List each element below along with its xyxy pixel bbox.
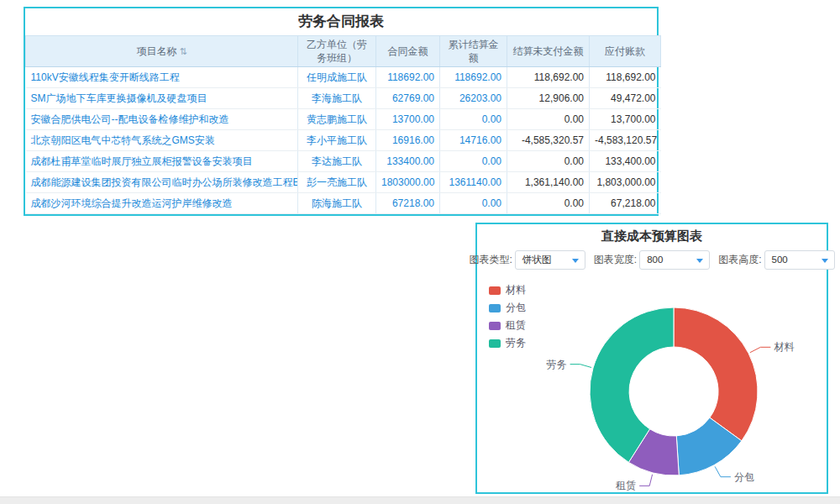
chart-area: 材料分包租赁劳务	[477, 273, 827, 492]
pie-label-line	[750, 347, 771, 352]
table-row: 成都沙河环境综合提升改造运河护岸维修改造陈海施工队67218.000.000.0…	[26, 193, 661, 214]
chevron-down-icon	[822, 259, 828, 263]
project-name-cell[interactable]: 北京朝阳区电气中芯特气系统之GMS安装	[26, 130, 298, 151]
contract-amount-cell: 67218.00	[376, 193, 440, 214]
contract-amount-cell: 118692.00	[376, 67, 440, 88]
unpaid-amount-cell: 118,692.00	[507, 67, 590, 88]
col-header-contract-amount: 合同金额	[376, 36, 440, 67]
legend-swatch	[489, 304, 501, 312]
chart-type-label: 图表类型:	[469, 253, 512, 267]
payable-cell: 49,472.00	[590, 88, 661, 109]
table-row: SM广场地下车库更换摄像机及硬盘项目李海施工队62769.0026203.001…	[26, 88, 661, 109]
payable-cell: 118,692.00	[590, 67, 661, 88]
chart-legend: 材料分包租赁劳务	[489, 283, 526, 354]
contract-amount-cell: 1803000.00	[376, 172, 440, 193]
chart-height-label: 图表高度:	[718, 253, 761, 267]
settled-amount-cell: 0.00	[440, 193, 507, 214]
settled-amount-cell: 0.00	[440, 151, 507, 172]
report-table-body: 110kV安徽线程集变开断线路工程任明成施工队118692.00118692.0…	[26, 67, 661, 214]
unit-cell[interactable]: 李海施工队	[298, 88, 376, 109]
chevron-down-icon	[572, 259, 579, 263]
labor-contract-report-panel: 劳务合同报表 项目名称⇅ 乙方单位（劳务班组） 合同金额 累计结算金额 结算未支…	[24, 7, 659, 216]
contract-amount-cell: 16916.00	[376, 130, 440, 151]
pie-slice-材料[interactable]	[674, 307, 758, 441]
unpaid-amount-cell: 0.00	[507, 193, 590, 214]
settled-amount-cell: 118692.00	[440, 67, 507, 88]
settled-amount-cell: 1361140.00	[440, 172, 507, 193]
donut-chart: 材料分包租赁劳务	[477, 273, 827, 492]
settled-amount-cell: 14716.00	[440, 130, 507, 151]
unit-cell[interactable]: 黄志鹏施工队	[298, 109, 376, 130]
pie-label: 材料	[773, 341, 794, 353]
legend-label: 劳务	[506, 336, 526, 350]
chart-width-label: 图表宽度:	[594, 253, 637, 267]
chart-width-select[interactable]: 800	[639, 250, 710, 270]
chart-height-control: 图表高度: 500	[718, 250, 834, 270]
project-name-cell[interactable]: 成都沙河环境综合提升改造运河护岸维修改造	[26, 193, 298, 214]
payable-cell: 13,700.00	[590, 109, 661, 130]
pie-label-line	[639, 475, 652, 486]
cost-budget-chart-panel: 直接成本预算图表 图表类型: 饼状图 图表宽度: 800 图表高度: 500 材…	[475, 223, 828, 494]
chart-type-select[interactable]: 饼状图	[515, 250, 585, 270]
col-header-unit: 乙方单位（劳务班组）	[298, 36, 376, 67]
chevron-down-icon	[696, 259, 703, 263]
pie-label: 劳务	[547, 359, 567, 370]
table-row: 110kV安徽线程集变开断线路工程任明成施工队118692.00118692.0…	[26, 67, 661, 88]
chart-height-select[interactable]: 500	[764, 250, 835, 270]
project-name-cell[interactable]: SM广场地下车库更换摄像机及硬盘项目	[26, 88, 298, 109]
project-name-cell[interactable]: 110kV安徽线程集变开断线路工程	[26, 67, 298, 88]
chart-title: 直接成本预算图表	[477, 224, 827, 248]
unit-cell[interactable]: 李达施工队	[298, 151, 376, 172]
pie-label-line	[715, 466, 731, 476]
horizontal-scrollbar[interactable]	[0, 496, 840, 504]
project-name-cell[interactable]: 安徽合肥供电公司--配电设备检修维护和改造	[26, 109, 298, 130]
unit-cell[interactable]: 彭一亮施工队	[298, 172, 376, 193]
settled-amount-cell: 0.00	[440, 109, 507, 130]
unpaid-amount-cell: 1,361,140.00	[507, 172, 590, 193]
contract-amount-cell: 62769.00	[376, 88, 440, 109]
unpaid-amount-cell: -4,585,320.57	[507, 130, 590, 151]
col-header-project: 项目名称⇅	[26, 36, 298, 67]
legend-label: 分包	[506, 301, 526, 315]
contract-amount-cell: 13700.00	[376, 109, 440, 130]
pie-label: 租赁	[615, 480, 636, 491]
legend-swatch	[489, 339, 501, 348]
contract-amount-cell: 133400.00	[376, 151, 440, 172]
settled-amount-cell: 26203.00	[440, 88, 507, 109]
legend-item-分包[interactable]: 分包	[489, 301, 526, 315]
project-name-cell[interactable]: 成都杜甫草堂临时展厅独立展柜报警设备安装项目	[26, 151, 298, 172]
unit-cell[interactable]: 李小平施工队	[298, 130, 376, 151]
table-row: 成都能源建设集团投资有限公司临时办公场所装修改造工程EPC彭一亮施工队18030…	[26, 172, 661, 193]
payable-cell: 67,218.00	[590, 193, 661, 214]
unpaid-amount-cell: 0.00	[507, 151, 590, 172]
project-name-cell[interactable]: 成都能源建设集团投资有限公司临时办公场所装修改造工程EPC	[26, 172, 298, 193]
unit-cell[interactable]: 陈海施工队	[298, 193, 376, 214]
table-header-row: 项目名称⇅ 乙方单位（劳务班组） 合同金额 累计结算金额 结算未支付金额 应付账…	[26, 36, 661, 67]
table-row: 成都杜甫草堂临时展厅独立展柜报警设备安装项目李达施工队133400.000.00…	[26, 151, 661, 172]
legend-swatch	[489, 322, 501, 330]
payable-cell: -4,583,120.57	[590, 130, 661, 151]
report-table: 项目名称⇅ 乙方单位（劳务班组） 合同金额 累计结算金额 结算未支付金额 应付账…	[25, 35, 661, 214]
unpaid-amount-cell: 12,906.00	[507, 88, 590, 109]
page-title: 劳务合同报表	[25, 8, 657, 35]
legend-label: 租赁	[506, 318, 526, 333]
legend-item-劳务[interactable]: 劳务	[489, 336, 526, 350]
payable-cell: 133,400.00	[590, 151, 661, 172]
legend-label: 材料	[506, 283, 526, 297]
col-header-settled-amount: 累计结算金额	[440, 36, 507, 67]
col-header-unpaid-amount: 结算未支付金额	[507, 36, 590, 67]
legend-item-租赁[interactable]: 租赁	[489, 318, 526, 333]
legend-item-材料[interactable]: 材料	[489, 283, 526, 297]
unpaid-amount-cell: 0.00	[507, 109, 590, 130]
unit-cell[interactable]: 任明成施工队	[298, 67, 376, 88]
legend-swatch	[489, 286, 501, 295]
pie-label: 分包	[734, 471, 754, 483]
chart-width-control: 图表宽度: 800	[594, 250, 710, 270]
chart-type-control: 图表类型: 饼状图	[469, 250, 585, 270]
table-row: 安徽合肥供电公司--配电设备检修维护和改造黄志鹏施工队13700.000.000…	[26, 109, 661, 130]
payable-cell: 1,803,000.00	[590, 172, 661, 193]
col-header-payable: 应付账款	[590, 36, 661, 67]
sort-icon[interactable]: ⇅	[179, 46, 186, 56]
pie-label-line	[570, 365, 592, 368]
chart-controls: 图表类型: 饼状图 图表宽度: 800 图表高度: 500	[477, 248, 827, 271]
